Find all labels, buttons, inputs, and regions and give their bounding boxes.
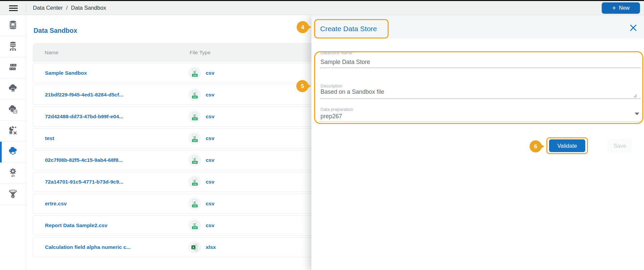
page-title: Data Sandbox xyxy=(34,27,77,35)
file-name-link[interactable]: test xyxy=(45,129,54,148)
csv-file-icon: CSV xyxy=(188,219,201,232)
data-center-app: Data Center / Data Sandbox + New </> xyxy=(0,0,644,270)
cloud-layers-icon xyxy=(8,146,18,158)
step-badge-5: 5 xyxy=(296,80,308,92)
description-input[interactable]: Based on a Sandbox file xyxy=(320,88,384,95)
sidebar-item-api[interactable]: API xyxy=(0,163,26,184)
data-preparation-label: Data preparation xyxy=(320,107,353,112)
sidebar-item-data-sources[interactable] xyxy=(0,36,26,57)
csv-file-icon: CSV xyxy=(188,88,201,102)
file-type-label: csv xyxy=(206,216,214,235)
sidebar-item-cloud-storage[interactable] xyxy=(0,78,26,99)
drawer-title: Create Data Store xyxy=(320,25,377,33)
sidebar-item-data-sandbox[interactable] xyxy=(0,142,26,163)
file-type-label: csv xyxy=(206,172,214,192)
csv-file-icon: CSV xyxy=(188,66,201,80)
csv-file-icon: CSV xyxy=(188,197,201,210)
new-button[interactable]: + New xyxy=(602,2,640,14)
sidebar-item-data-home[interactable] xyxy=(0,15,26,36)
api-gear-icon: API xyxy=(8,167,18,179)
breadcrumb: Data Center / Data Sandbox xyxy=(33,1,106,15)
save-button[interactable]: Save xyxy=(607,139,632,152)
dropdown-caret-icon[interactable] xyxy=(635,113,639,115)
sidebar-item-servers[interactable] xyxy=(0,57,26,78)
cloud-database-icon xyxy=(8,83,18,95)
database-home-icon xyxy=(8,20,18,31)
svg-text:CSV: CSV xyxy=(193,227,197,229)
title-highlight-box: Create Data Store xyxy=(314,19,389,39)
description-underline xyxy=(320,98,641,99)
file-name-link[interactable]: ertre.csv xyxy=(45,194,67,213)
new-button-label: New xyxy=(619,5,630,11)
svg-text:API: API xyxy=(11,175,15,177)
data-preparation-underline xyxy=(320,121,641,122)
breadcrumb-separator: / xyxy=(66,5,68,11)
svg-text:CSV: CSV xyxy=(193,74,197,76)
database-network-icon xyxy=(8,41,18,53)
datastore-name-input[interactable]: Sample Data Store xyxy=(320,59,370,66)
csv-file-icon: CSV xyxy=(188,110,201,123)
database-cleanup-icon xyxy=(8,125,18,137)
breadcrumb-data-sandbox[interactable]: Data Sandbox xyxy=(71,5,106,11)
svg-text:CSV: CSV xyxy=(193,205,197,207)
file-type-label: csv xyxy=(206,85,214,105)
file-name-link[interactable]: Sample Sandbox xyxy=(45,63,87,83)
file-type-label: xlsx xyxy=(206,238,216,257)
svg-text:CSV: CSV xyxy=(193,96,197,98)
funnel-gear-icon xyxy=(8,189,18,200)
file-name-link[interactable]: 21bdf229-f945-4ed1-8284-d5cf... xyxy=(45,85,123,105)
resize-handle-icon[interactable] xyxy=(633,93,637,97)
plus-icon: + xyxy=(612,4,616,11)
svg-text:CSV: CSV xyxy=(193,140,197,142)
file-name-link[interactable]: Calculation field alpha numeric c... xyxy=(45,238,131,257)
column-header-name: Name xyxy=(45,43,58,62)
file-type-label: csv xyxy=(206,63,214,83)
create-datastore-drawer: Create Data Store Datastore Name * Sampl… xyxy=(311,15,644,270)
datastore-name-label: Datastore Name * xyxy=(320,50,355,55)
svg-text:</>: </> xyxy=(14,111,17,113)
close-icon[interactable] xyxy=(629,24,637,32)
file-name-link[interactable]: 02c7f08b-82f5-4c15-9ab4-68f8... xyxy=(45,150,123,170)
file-type-label: csv xyxy=(206,150,214,170)
server-rack-icon xyxy=(8,62,18,74)
validate-button[interactable]: Validate xyxy=(549,139,585,152)
xlsx-file-icon: X xyxy=(188,241,201,254)
csv-file-icon: CSV xyxy=(188,132,201,145)
csv-file-icon: CSV xyxy=(188,153,201,167)
data-preparation-select[interactable]: prep267 xyxy=(320,113,342,120)
sidebar: </> API xyxy=(0,15,26,270)
topbar-divider xyxy=(26,4,26,12)
column-header-file-type: File Type xyxy=(190,43,211,62)
file-type-label: csv xyxy=(206,107,214,126)
breadcrumb-data-center[interactable]: Data Center xyxy=(33,5,63,11)
sidebar-item-data-funnel[interactable] xyxy=(0,184,26,205)
topbar: Data Center / Data Sandbox + New xyxy=(0,1,644,15)
svg-text:CSV: CSV xyxy=(193,118,197,120)
sidebar-item-data-cleanup[interactable] xyxy=(0,121,26,142)
file-name-link[interactable]: Report Data Sample2.csv xyxy=(45,216,107,235)
cloud-code-icon: </> xyxy=(8,104,18,116)
sidebar-item-cloud-code[interactable]: </> xyxy=(0,99,26,121)
file-type-label: csv xyxy=(206,194,214,213)
svg-text:CSV: CSV xyxy=(193,183,197,185)
step-badge-4: 4 xyxy=(297,21,309,33)
hamburger-menu-icon[interactable] xyxy=(9,5,18,11)
step-badge-6: 6 xyxy=(530,140,542,152)
file-type-label: csv xyxy=(206,129,214,148)
file-name-link[interactable]: 72d42488-dd73-47bd-b99f-e04... xyxy=(45,107,123,126)
description-label: Description xyxy=(320,83,342,88)
datastore-name-underline xyxy=(320,68,641,68)
csv-file-icon: CSV xyxy=(188,175,201,189)
svg-text:X: X xyxy=(192,246,194,249)
file-name-link[interactable]: 72a14701-91c5-4771-b73d-9c9... xyxy=(45,172,123,192)
svg-text:CSV: CSV xyxy=(193,161,197,163)
